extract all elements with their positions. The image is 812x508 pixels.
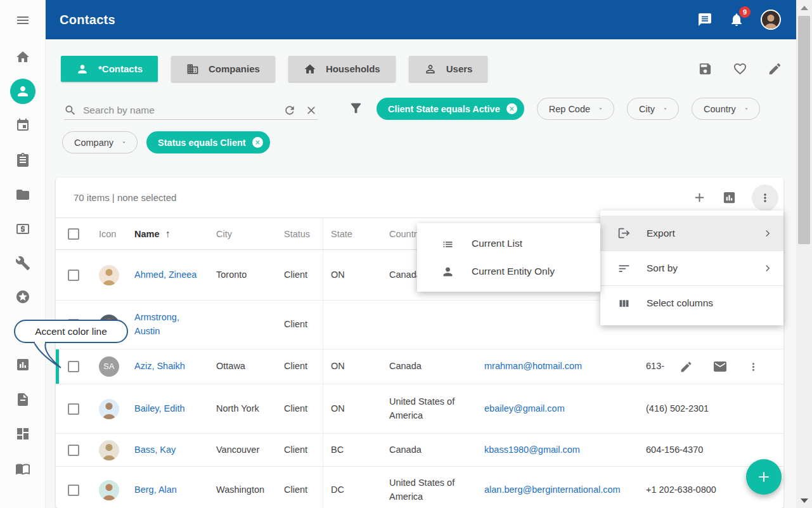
left-nav-rail: [0, 0, 46, 508]
table-row[interactable]: Berg, Alan Washington Client DC United S…: [56, 467, 783, 508]
scroll-up-arrow[interactable]: [796, 1, 812, 14]
email-envelope-icon[interactable]: [712, 359, 728, 374]
chip-label: Client State equals Active: [388, 104, 500, 114]
home-icon: [15, 49, 30, 65]
selection-summary: 70 items | none selected: [74, 192, 176, 203]
cell-state: ON: [323, 250, 382, 300]
refresh-icon[interactable]: [283, 104, 296, 117]
chip-company[interactable]: Company: [62, 131, 138, 153]
tab-users[interactable]: Users: [409, 56, 488, 82]
remove-chip-icon[interactable]: [252, 137, 263, 148]
plus-icon: [756, 469, 772, 485]
table-row[interactable]: Bass, Kay Vancouver Client BC Canada kba…: [56, 434, 783, 467]
menu-item-select-columns[interactable]: Select columns: [600, 285, 783, 320]
cell-state: [323, 301, 382, 349]
sidebar-item-calendar[interactable]: [15, 117, 30, 133]
list-more-button[interactable]: [752, 185, 778, 211]
column-header-status[interactable]: Status: [276, 218, 323, 249]
filter-icon[interactable]: [349, 101, 363, 115]
sidebar-item-documents[interactable]: [15, 392, 30, 407]
menu-item-current-list[interactable]: Current List: [417, 230, 600, 257]
row-checkbox[interactable]: [68, 485, 79, 496]
sidebar-item-dashboard[interactable]: [15, 426, 30, 441]
cell-email[interactable]: mrahman@hotmail.com: [484, 360, 582, 374]
chip-city[interactable]: City: [627, 98, 679, 120]
row-checkbox[interactable]: [68, 445, 79, 456]
chip-client-state[interactable]: Client State equals Active: [377, 98, 524, 120]
sidebar-item-contacts[interactable]: [10, 79, 35, 104]
save-icon[interactable]: [698, 62, 712, 76]
cell-status: Client: [276, 434, 323, 466]
cell-email[interactable]: ebailey@gmail.com: [484, 402, 565, 416]
add-contact-fab[interactable]: [746, 459, 782, 495]
sidebar-item-billing[interactable]: [15, 221, 30, 237]
tab-contacts[interactable]: *Contacts: [61, 56, 158, 82]
search-input[interactable]: [82, 104, 283, 117]
tab-households[interactable]: Households: [288, 56, 396, 82]
clear-search-icon[interactable]: [305, 104, 318, 117]
chat-icon[interactable]: [697, 12, 712, 27]
entity-tabs: *Contacts Companies Households Users: [61, 56, 487, 82]
view-actions: [698, 62, 782, 76]
table-row[interactable]: Bailey, Edith North York Client ON Unite…: [56, 384, 783, 434]
sidebar-item-library[interactable]: [15, 461, 30, 476]
cell-email[interactable]: alan.berg@berginternational.com: [484, 483, 621, 497]
contact-name-link[interactable]: Berg, Alan: [134, 483, 177, 497]
menu-item-export[interactable]: Export: [600, 216, 783, 251]
tab-label: Users: [446, 63, 473, 74]
cell-city: Ottawa: [209, 349, 276, 384]
menu-item-sort-by[interactable]: Sort by: [600, 251, 783, 285]
menu-item-label: Select columns: [647, 297, 713, 309]
chip-status[interactable]: Status equals Client: [146, 131, 270, 153]
sidebar-item-tools[interactable]: [15, 256, 30, 271]
favorite-heart-icon[interactable]: [733, 62, 747, 76]
vertical-scrollbar[interactable]: [796, 0, 812, 508]
row-checkbox[interactable]: [68, 403, 79, 415]
cell-status: Client: [276, 467, 323, 508]
sidebar-item-home[interactable]: [15, 49, 30, 65]
hamburger-menu-icon[interactable]: [15, 13, 30, 28]
cell-phone: (416) 502-2301: [638, 384, 783, 433]
chip-label: Status equals Client: [158, 138, 246, 148]
column-header-city[interactable]: City: [209, 218, 276, 249]
sidebar-item-tasks[interactable]: [15, 152, 30, 167]
row-checkbox[interactable]: [68, 270, 79, 281]
contact-name-link[interactable]: Bass, Kay: [134, 443, 176, 457]
chip-country[interactable]: Country: [692, 98, 760, 120]
more-vert-icon[interactable]: [747, 361, 759, 373]
chart-view-icon[interactable]: [722, 190, 737, 205]
column-header-icon[interactable]: Icon: [91, 218, 127, 249]
edit-pencil-icon[interactable]: [680, 360, 693, 374]
list-icon: [441, 237, 454, 251]
add-icon[interactable]: [692, 190, 707, 205]
sidebar-item-favorites[interactable]: [15, 289, 30, 304]
contacts-icon: [15, 84, 30, 99]
cell-status: Client: [276, 384, 323, 433]
select-all-checkbox[interactable]: [68, 228, 79, 240]
menu-item-current-entity-only[interactable]: Current Entity Only: [417, 257, 600, 285]
sidebar-item-reports[interactable]: [15, 357, 30, 372]
contact-name-link[interactable]: Armstrong, Austin: [134, 311, 201, 339]
user-avatar[interactable]: [761, 10, 781, 30]
contact-name-link[interactable]: Bailey, Edith: [134, 402, 185, 416]
cell-state: BC: [323, 434, 382, 466]
table-row-active[interactable]: SA Aziz, Shaikh Ottawa Client ON Canada …: [56, 349, 783, 384]
chip-rep-code[interactable]: Rep Code: [537, 98, 614, 120]
sidebar-item-folder[interactable]: [15, 187, 30, 202]
remove-chip-icon[interactable]: [506, 103, 517, 114]
contact-name-link[interactable]: Ahmed, Zineea: [134, 268, 197, 282]
column-header-name[interactable]: Name↑: [134, 228, 171, 240]
cell-email[interactable]: kbass1980@gmail.com: [484, 443, 580, 457]
scroll-down-arrow[interactable]: [796, 494, 812, 507]
contact-avatar: [99, 480, 119, 500]
row-checkbox[interactable]: [68, 361, 79, 372]
app-window: Contacts 9 *Contacts Compani: [0, 0, 812, 508]
edit-pencil-icon[interactable]: [768, 62, 782, 76]
person-icon: [76, 63, 89, 75]
notifications-button[interactable]: 9: [729, 12, 744, 27]
scrollbar-thumb[interactable]: [798, 16, 810, 244]
column-header-state[interactable]: State: [323, 218, 382, 249]
cell-country: Canada: [382, 434, 477, 466]
contact-name-link[interactable]: Aziz, Shaikh: [134, 360, 185, 374]
tab-companies[interactable]: Companies: [171, 56, 275, 82]
